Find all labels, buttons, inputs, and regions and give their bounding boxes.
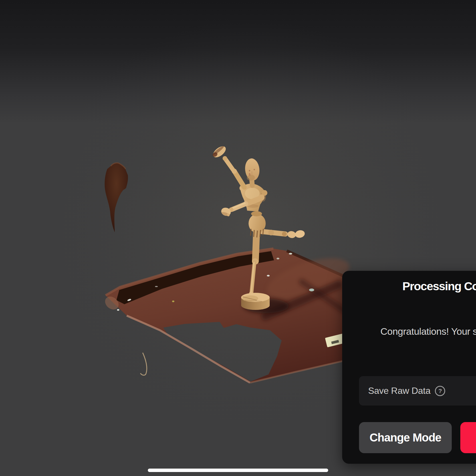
processing-complete-dialog: Processing Com Congratulations! Your sc … <box>342 271 476 464</box>
save-raw-data-label: Save Raw Data <box>368 386 430 396</box>
change-mode-button[interactable]: Change Mode <box>359 422 452 453</box>
dialog-message: Congratulations! Your sc <box>380 326 476 336</box>
home-indicator[interactable] <box>148 469 328 472</box>
save-raw-data-row[interactable]: Save Raw Data ? <box>359 376 476 406</box>
app-screen: Processing Com Congratulations! Your sc … <box>0 0 476 476</box>
mannequin-base <box>241 293 270 310</box>
accent-action-button[interactable] <box>460 422 476 453</box>
dialog-title: Processing Com <box>402 281 476 292</box>
question-mark-circle-icon[interactable]: ? <box>435 386 445 396</box>
